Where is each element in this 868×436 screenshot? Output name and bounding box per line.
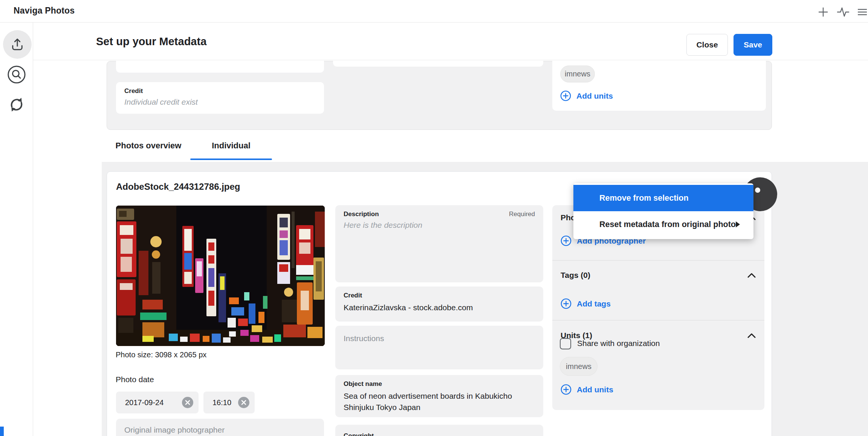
- copyright-field[interactable]: Copyright: [335, 425, 543, 436]
- add-circle-icon: [561, 235, 572, 246]
- photo-filename: AdobeStock_244312786.jpeg: [116, 181, 240, 192]
- header-divider: [33, 60, 868, 60]
- clear-date-icon[interactable]: [182, 397, 193, 408]
- required-badge: Required: [509, 210, 535, 218]
- share-with-organization-label: Share with organization: [577, 339, 660, 348]
- photo-time-value: 16:10: [212, 398, 231, 407]
- panel-divider: [552, 260, 764, 261]
- share-with-organization-checkbox[interactable]: [560, 338, 571, 349]
- menu-item-reset-label: Reset metadata from original photo: [599, 220, 736, 229]
- close-button[interactable]: Close: [686, 34, 728, 56]
- add-tags-label: Add tags: [577, 299, 611, 308]
- tab-photos-overview[interactable]: Photos overview: [107, 133, 190, 159]
- chevron-up-icon[interactable]: [747, 333, 756, 338]
- batch-credit-field[interactable]: Credit Individual credit exist: [116, 82, 324, 114]
- sidebar-item-search[interactable]: [7, 65, 26, 84]
- object-name-value: Sea of neon advertisement boards in Kabu…: [344, 390, 535, 413]
- sidebar-item-sync[interactable]: [7, 95, 26, 114]
- sidebar-item-upload[interactable]: [3, 30, 32, 59]
- bottom-left-accent: [0, 427, 4, 436]
- instructions-field[interactable]: Instructions: [335, 326, 543, 369]
- clear-time-icon[interactable]: [238, 397, 249, 408]
- context-menu: Remove from selection Reset metadata fro…: [573, 183, 753, 239]
- search-icon: [7, 65, 26, 84]
- menu-item-reset-metadata[interactable]: Reset metadata from original photo: [573, 211, 753, 238]
- photo-time-input[interactable]: 16:10: [203, 392, 255, 413]
- unit-chip: imnews: [560, 357, 598, 376]
- description-label: Description: [344, 210, 379, 218]
- photo-date-input[interactable]: 2017-09-24: [116, 392, 199, 413]
- app-title: Naviga Photos: [14, 6, 75, 16]
- active-tab-indicator: [190, 159, 272, 160]
- batch-credit-placeholder: Individual credit exist: [124, 98, 316, 107]
- add-units-label: Add units: [576, 91, 613, 101]
- add-tags-button[interactable]: Add tags: [561, 298, 611, 309]
- top-bar: [0, 0, 868, 23]
- unit-chip: imnews: [560, 66, 595, 82]
- instructions-placeholder: Instructions: [344, 334, 535, 343]
- add-units-label: Add units: [577, 385, 613, 394]
- left-sidebar: [0, 23, 33, 436]
- tags-heading: Tags (0): [561, 271, 590, 280]
- plus-icon[interactable]: [816, 5, 830, 19]
- description-field[interactable]: Description Required Here is the descrip…: [335, 205, 543, 282]
- add-circle-icon: [560, 90, 571, 101]
- add-units-button[interactable]: Add units: [560, 90, 613, 101]
- panel-divider: [552, 320, 764, 320]
- save-button[interactable]: Save: [734, 34, 772, 56]
- object-name-label: Object name: [344, 380, 535, 388]
- original-photographer-placeholder: Original image photographer: [124, 425, 316, 434]
- batch-field-cut[interactable]: [116, 61, 324, 73]
- photo-date-value: 2017-09-24: [125, 398, 164, 407]
- photo-thumbnail: [116, 206, 325, 346]
- submenu-arrow-icon: [736, 221, 740, 227]
- object-name-field[interactable]: Object name Sea of neon advertisement bo…: [335, 375, 543, 417]
- kebab-dot: [755, 188, 760, 193]
- upload-icon: [8, 35, 27, 54]
- sync-icon: [7, 95, 26, 114]
- photo-date-label: Photo date: [116, 375, 154, 384]
- credit-value: KaterinaZizlavska - stock.adobe.com: [344, 302, 535, 313]
- credit-label: Credit: [344, 292, 535, 299]
- photo-size-text: Photo size: 3098 x 2065 px: [116, 351, 206, 359]
- menu-icon[interactable]: [856, 5, 868, 19]
- page-title: Set up your Metadata: [96, 35, 206, 48]
- chevron-up-icon[interactable]: [747, 273, 756, 278]
- batch-credit-label: Credit: [124, 87, 316, 95]
- copyright-label: Copyright: [344, 432, 535, 436]
- batch-field-cut-2[interactable]: [333, 61, 543, 67]
- tab-individual[interactable]: Individual: [190, 133, 272, 159]
- activity-icon[interactable]: [836, 5, 850, 19]
- add-circle-icon: [561, 298, 572, 309]
- original-photographer-field[interactable]: Original image photographer: [116, 419, 324, 436]
- credit-field[interactable]: Credit KaterinaZizlavska - stock.adobe.c…: [335, 287, 543, 322]
- add-circle-icon: [561, 384, 572, 395]
- menu-item-remove-from-selection[interactable]: Remove from selection: [573, 185, 753, 211]
- add-units-button[interactable]: Add units: [561, 384, 613, 395]
- description-placeholder: Here is the description: [344, 221, 535, 230]
